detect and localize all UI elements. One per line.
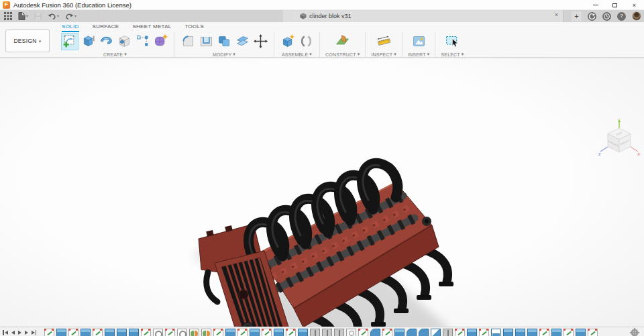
timeline-feature-mirror[interactable] (189, 329, 199, 336)
help-icon[interactable]: ? (617, 12, 626, 21)
timeline-feature-extrude[interactable] (515, 329, 525, 336)
job-status-icon[interactable] (602, 12, 611, 21)
timeline-feature-fillet[interactable] (370, 329, 380, 336)
timeline-feature-joint[interactable] (322, 329, 332, 336)
timeline-feature-sketch[interactable] (44, 329, 54, 336)
timeline-feature-shell[interactable] (491, 329, 501, 336)
timeline-feature-revolve[interactable] (177, 329, 187, 336)
tab-surface[interactable]: SURFACE (93, 23, 119, 32)
engine-model[interactable] (188, 152, 456, 336)
timeline-feature-joint[interactable] (334, 329, 344, 336)
timeline-feature-extrude[interactable] (394, 329, 405, 336)
timeline-feature-sketch[interactable] (286, 329, 296, 336)
extrude-button[interactable] (80, 34, 96, 50)
new-file-icon[interactable]: ▾ (18, 12, 28, 20)
timeline-feature-joint[interactable] (443, 329, 453, 336)
hole-button[interactable] (116, 34, 132, 50)
app-grid-icon[interactable] (4, 12, 12, 20)
select-dropdown[interactable]: SELECT▾ (441, 52, 464, 57)
redo-icon[interactable]: ▾ (65, 13, 76, 20)
construction-plane-button[interactable] (335, 34, 351, 50)
timeline-feature-sketch[interactable] (539, 329, 549, 336)
timeline-feature-fillet[interactable] (419, 329, 429, 336)
timeline-feature-extrude[interactable] (274, 329, 284, 336)
modify-dropdown[interactable]: MODIFY▾ (213, 52, 235, 57)
new-component-button[interactable] (280, 34, 296, 50)
timeline-feature-sketch[interactable] (213, 329, 223, 336)
fillet-button[interactable] (180, 34, 196, 50)
timeline-feature-revolve[interactable] (153, 329, 163, 336)
undo-icon[interactable]: ▾ (48, 13, 59, 20)
step-back-button[interactable] (11, 329, 15, 335)
tab-tools[interactable]: TOOLS (185, 23, 204, 32)
play-button[interactable] (18, 329, 21, 335)
shell-button[interactable] (198, 34, 214, 50)
timeline-feature-sketch[interactable] (93, 329, 103, 336)
timeline-feature-extrude[interactable] (80, 329, 91, 336)
timeline-feature-extrude[interactable] (105, 329, 115, 336)
move-button[interactable] (252, 34, 268, 50)
new-tab-button[interactable]: + (572, 11, 582, 21)
view-cube[interactable]: TOP FRONT RIGHT Z X (597, 118, 641, 166)
timeline-feature-wedge[interactable] (431, 329, 441, 336)
assemble-dropdown[interactable]: ASSEMBLE▾ (282, 52, 312, 57)
minimize-button[interactable] (586, 0, 605, 10)
tab-sheet-metal[interactable]: SHEET METAL (132, 23, 171, 32)
sweep-button[interactable] (98, 34, 114, 50)
go-to-start-button[interactable] (3, 329, 8, 335)
timeline-feature-extrude[interactable] (503, 329, 513, 336)
timeline-feature-extrude[interactable] (467, 329, 477, 336)
timeline-feature-extrude[interactable] (225, 329, 235, 336)
timeline-feature-extrude[interactable] (298, 329, 308, 336)
measure-button[interactable] (376, 34, 392, 50)
timeline-feature-joint[interactable] (310, 329, 320, 336)
timeline-feature-fillet[interactable] (407, 329, 417, 336)
save-icon[interactable] (34, 13, 42, 20)
maximize-button[interactable] (605, 0, 625, 10)
timeline-feature-extrude[interactable] (250, 329, 260, 336)
timeline-feature-sketch[interactable] (479, 329, 489, 336)
timeline-feature-extrude[interactable] (117, 329, 127, 336)
timeline-feature-sketch[interactable] (358, 329, 368, 336)
step-forward-button[interactable] (25, 329, 28, 335)
inspect-dropdown[interactable]: INSPECT▾ (371, 52, 396, 57)
pattern-button[interactable] (134, 34, 150, 50)
timeline-feature-extrude[interactable] (551, 329, 561, 336)
tab-close-icon[interactable]: × (555, 11, 558, 18)
insert-dropdown[interactable]: INSERT▾ (408, 52, 429, 57)
timeline-feature-extrude[interactable] (129, 329, 139, 336)
timeline-feature-sketch[interactable] (68, 329, 78, 336)
create-form-button[interactable] (152, 34, 168, 50)
construct-dropdown[interactable]: CONSTRUCT▾ (325, 52, 360, 57)
select-button[interactable] (444, 34, 460, 50)
workspace-selector[interactable]: DESIGN▾ (5, 30, 50, 52)
timeline-feature-sketch[interactable] (165, 329, 175, 336)
insert-image-button[interactable] (411, 34, 427, 50)
timeline-feature-extrude[interactable] (576, 329, 586, 336)
timeline-feature-sketch[interactable] (588, 329, 598, 336)
create-dropdown[interactable]: CREATE▾ (103, 52, 127, 57)
timeline-feature-sketch[interactable] (141, 329, 151, 336)
timeline-feature-mirror[interactable] (201, 329, 211, 336)
joint-button[interactable] (298, 34, 314, 50)
timeline-feature-sketch[interactable] (262, 329, 272, 336)
timeline-settings-gear-icon[interactable] (631, 329, 639, 336)
user-avatar[interactable] (632, 11, 641, 21)
group-create: CREATE▾ (56, 32, 174, 57)
document-tab[interactable]: clinder blok v31 × (282, 10, 564, 22)
timeline-feature-sketch[interactable] (564, 329, 574, 336)
offset-face-button[interactable] (234, 34, 250, 50)
go-to-end-button[interactable] (32, 329, 37, 335)
create-sketch-button[interactable] (62, 34, 78, 50)
close-button[interactable]: × (625, 0, 644, 10)
timeline-feature-sketch[interactable] (382, 329, 392, 336)
timeline-feature-sketch[interactable] (237, 329, 248, 336)
combine-button[interactable] (216, 34, 232, 50)
timeline-feature-pin[interactable] (346, 329, 356, 336)
timeline-feature-extrude[interactable] (527, 329, 537, 336)
tab-solid[interactable]: SOLID (62, 23, 79, 32)
extensions-icon[interactable] (588, 12, 596, 21)
timeline-feature-extrude[interactable] (56, 329, 66, 336)
model-viewport[interactable]: TOP FRONT RIGHT Z X (0, 58, 644, 327)
timeline-feature-sketch[interactable] (455, 329, 465, 336)
